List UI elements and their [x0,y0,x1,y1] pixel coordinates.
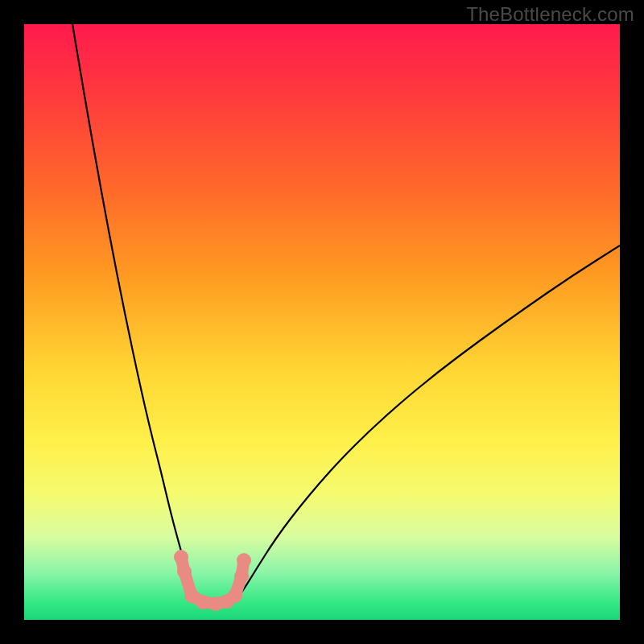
attribution-text: TheBottleneck.com [466,3,634,26]
curve-right-branch [242,246,620,592]
chart-svg [24,24,620,620]
valley-node [196,595,210,609]
valley-node [177,564,192,579]
valley-node [237,553,251,568]
valley-node [174,550,188,564]
valley-node [234,569,249,584]
chart-plot-area [24,24,620,620]
valley-node [228,588,242,603]
curve-left-branch [72,24,193,589]
chart-frame: TheBottleneck.com [0,0,644,644]
